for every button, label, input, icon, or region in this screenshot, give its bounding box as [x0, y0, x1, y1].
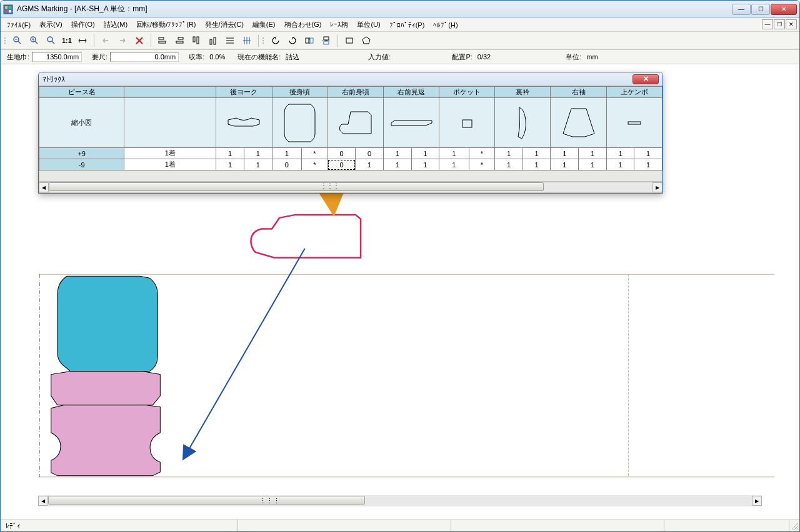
- zoom-fit-button[interactable]: [44, 34, 59, 47]
- rotate-cw-button[interactable]: [285, 34, 300, 47]
- redo-button[interactable]: [115, 34, 130, 47]
- table-cell[interactable]: 1: [216, 159, 244, 170]
- table-cell[interactable]: 0: [328, 148, 356, 159]
- doc-close-button[interactable]: ✕: [786, 19, 797, 29]
- zoom-out-button[interactable]: [10, 34, 25, 47]
- scroll-right-arrow[interactable]: ▶: [752, 496, 762, 506]
- resize-grip[interactable]: [789, 521, 799, 531]
- close-button[interactable]: ✕: [771, 4, 797, 15]
- matrix-thumb-kenbo[interactable]: [606, 98, 662, 148]
- shape-rect-button[interactable]: [342, 34, 357, 47]
- scroll-thumb[interactable]: [48, 496, 365, 505]
- flip-v-button[interactable]: [319, 34, 334, 47]
- table-cell-selected[interactable]: 0: [328, 159, 356, 170]
- mode-label: 現在の機能名:: [235, 52, 283, 62]
- delete-button[interactable]: [132, 34, 147, 47]
- canvas-h-scrollbar[interactable]: ◀ ⋮⋮⋮ ▶: [38, 495, 762, 506]
- table-cell[interactable]: *: [302, 159, 328, 170]
- table-cell[interactable]: 1着: [124, 159, 216, 170]
- matrix-titlebar[interactable]: ﾏﾄﾘｯｸｽ ✕: [39, 72, 662, 86]
- table-cell[interactable]: 1: [606, 159, 634, 170]
- table-cell[interactable]: 1: [244, 159, 272, 170]
- matrix-scroll-thumb[interactable]: [49, 182, 544, 191]
- matrix-thumb-pocket[interactable]: [439, 98, 495, 148]
- svg-point-12: [48, 37, 52, 42]
- matrix-thumb-yoke[interactable]: [216, 98, 272, 148]
- menu-create[interactable]: 発生/消去(C): [201, 19, 248, 31]
- menu-help[interactable]: ﾍﾙﾌﾟ(H): [429, 20, 461, 30]
- table-cell[interactable]: 1: [383, 148, 411, 159]
- table-cell[interactable]: 0: [272, 159, 301, 170]
- table-cell[interactable]: 1: [439, 148, 469, 159]
- align-top-button[interactable]: [189, 34, 204, 47]
- scroll-left-arrow[interactable]: ◀: [38, 496, 48, 506]
- align-bottom-button[interactable]: [206, 34, 221, 47]
- table-cell[interactable]: 1: [495, 148, 523, 159]
- minimize-button[interactable]: —: [732, 4, 751, 15]
- matrix-scrollbar[interactable]: ◀ ⋮⋮⋮ ▶: [39, 182, 662, 193]
- table-cell[interactable]: 1: [634, 148, 662, 159]
- matrix-scroll-right-arrow[interactable]: ▶: [652, 182, 662, 192]
- zoom-11-label[interactable]: 1:1: [61, 37, 73, 44]
- table-cell[interactable]: 1: [606, 148, 634, 159]
- table-cell[interactable]: 1: [495, 159, 523, 170]
- menu-lace[interactable]: ﾚｰｽ柄: [326, 19, 352, 31]
- rotate-ccw-button[interactable]: [268, 34, 283, 47]
- menu-property[interactable]: ﾌﾟﾛﾊﾟﾃｨ(P): [386, 20, 429, 30]
- matrix-window[interactable]: ﾏﾄﾘｯｸｽ ✕ ピース名 後ヨーク 後身頃 右前身頃 右前見返 ポケット 裏衿…: [38, 72, 663, 194]
- table-cell[interactable]: 1: [356, 159, 384, 170]
- menu-rotate[interactable]: 回転/移動/ﾌﾘｯﾌﾟ(R): [132, 19, 199, 31]
- table-cell[interactable]: 1: [439, 159, 469, 170]
- toolbar-grip[interactable]: [4, 34, 7, 47]
- doc-minimize-button[interactable]: —: [762, 19, 773, 29]
- zoom-in-button[interactable]: [27, 34, 42, 47]
- table-cell[interactable]: 1: [411, 148, 439, 159]
- undo-button[interactable]: [98, 34, 113, 47]
- matrix-thumb-rsleeve[interactable]: [551, 98, 606, 148]
- menu-edit[interactable]: 編集(E): [249, 19, 279, 31]
- table-cell[interactable]: 1: [522, 148, 551, 159]
- table-cell[interactable]: 1着: [124, 148, 216, 159]
- table-cell[interactable]: *: [469, 159, 495, 170]
- table-cell[interactable]: *: [302, 148, 328, 159]
- matrix-thumb-collar[interactable]: [495, 98, 551, 148]
- menu-view[interactable]: 表示(V): [36, 19, 66, 31]
- menu-operate[interactable]: 操作(O): [68, 19, 99, 31]
- shape-poly-button[interactable]: [359, 34, 374, 47]
- matrix-col-back: 後身頃: [272, 87, 328, 98]
- align-right-button[interactable]: [172, 34, 187, 47]
- table-cell[interactable]: 1: [411, 159, 439, 170]
- matrix-close-button[interactable]: ✕: [632, 74, 659, 84]
- table-cell[interactable]: 1: [383, 159, 411, 170]
- table-cell[interactable]: 1: [216, 148, 244, 159]
- unit-value: mm: [584, 53, 600, 61]
- table-cell[interactable]: *: [469, 148, 495, 159]
- table-cell[interactable]: 1: [522, 159, 551, 170]
- fit-width-button[interactable]: [75, 34, 90, 47]
- grid-button[interactable]: [239, 34, 254, 47]
- matrix-thumb-rfacing[interactable]: [383, 98, 439, 148]
- table-cell[interactable]: 1: [551, 159, 579, 170]
- matrix-thumb-rfront[interactable]: [328, 98, 383, 148]
- matrix-thumb-back[interactable]: [272, 98, 328, 148]
- table-cell[interactable]: 1: [634, 159, 662, 170]
- menu-file[interactable]: ﾌｧｲﾙ(F): [3, 20, 34, 30]
- table-cell[interactable]: 1: [244, 148, 272, 159]
- flip-h-button[interactable]: [302, 34, 317, 47]
- align-left-button[interactable]: [155, 34, 170, 47]
- toolbar-grip-2[interactable]: [262, 34, 265, 47]
- table-cell[interactable]: 1: [551, 148, 579, 159]
- table-cell[interactable]: 0: [356, 148, 384, 159]
- table-cell[interactable]: 1: [579, 148, 607, 159]
- distribute-button[interactable]: [222, 34, 238, 47]
- maximize-button[interactable]: ☐: [751, 4, 770, 15]
- matrix-scroll-left-arrow[interactable]: ◀: [39, 182, 49, 192]
- matrix-col-yoke: 後ヨーク: [216, 87, 272, 98]
- menu-unit[interactable]: 単位(U): [353, 19, 384, 31]
- table-cell[interactable]: 1: [579, 159, 607, 170]
- menu-nest[interactable]: 詰込(M): [100, 19, 132, 31]
- menu-pattern[interactable]: 柄合わせ(G): [281, 19, 326, 31]
- svg-rect-17: [159, 37, 164, 39]
- doc-restore-button[interactable]: ❐: [774, 19, 785, 29]
- table-cell[interactable]: 1: [272, 148, 301, 159]
